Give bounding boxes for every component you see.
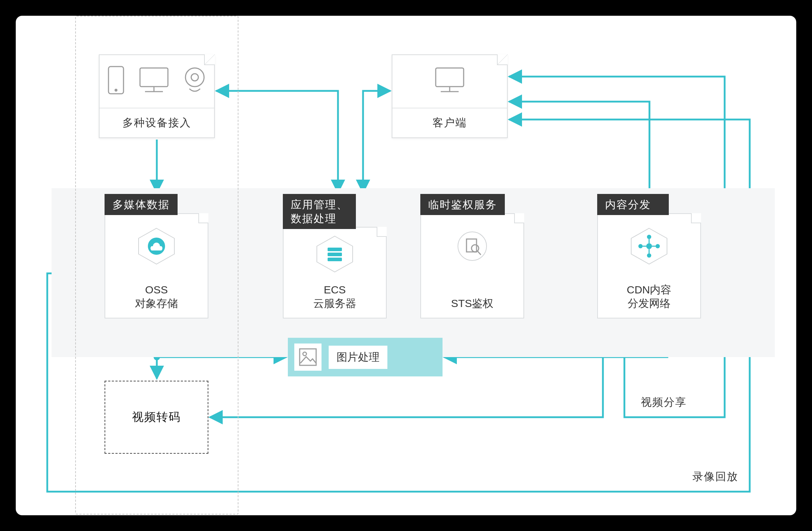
monitor-icon [434,65,466,95]
svg-point-30 [638,244,643,248]
devices-caption: 多种设备接入 [100,108,214,137]
image-processing-box: 图片处理 [288,338,443,376]
svg-rect-13 [436,68,464,87]
monitor-icon [138,65,170,95]
oss-title: 多媒体数据 [105,194,178,215]
ecs-label: ECS 云服务器 [284,283,386,310]
svg-point-28 [647,235,651,239]
image-icon [294,344,322,371]
svg-point-31 [656,244,660,248]
oss-label: OSS 对象存储 [105,283,208,310]
svg-point-29 [647,253,651,258]
service-oss: 多媒体数据 OSS 对象存储 [105,194,208,318]
architecture-diagram: 多种设备接入 客户端 多媒体数据 OSS 对象存储 应用管理、 数据处理 [16,16,796,515]
image-processing-label: 图片处理 [329,346,387,369]
server-hex-icon [313,234,356,273]
svg-rect-19 [328,248,342,251]
svg-rect-21 [328,258,342,261]
video-transcode-label: 视频转码 [132,409,181,425]
cdn-title: 内容分发 [597,194,669,215]
svg-rect-8 [140,68,168,87]
video-transcode-box: 视频转码 [105,381,208,454]
camera-icon [182,65,207,95]
svg-point-37 [303,352,306,356]
oss-body: OSS 对象存储 [105,213,208,318]
network-hex-icon [628,226,671,266]
phone-icon [106,65,126,95]
label-record-playback: 录像回放 [692,469,738,484]
cloud-hex-icon [135,226,178,266]
ecs-sub: 云服务器 [284,297,386,310]
client-card: 客户端 [392,54,508,138]
client-icon-row [392,65,507,95]
search-doc-icon [451,226,494,266]
ecs-name: ECS [284,283,386,297]
cdn-body: CDN内容 分发网络 [597,213,701,318]
sts-label: STS鉴权 [421,297,523,310]
svg-point-11 [185,68,204,87]
sts-title: 临时鉴权服务 [420,194,505,215]
client-caption: 客户端 [392,108,507,137]
cdn-label: CDN内容 分发网络 [598,283,700,310]
cdn-sub: 分发网络 [598,297,700,310]
label-video-share: 视频分享 [641,395,687,410]
service-ecs: 应用管理、 数据处理 ECS 云服务器 [283,194,387,318]
svg-point-12 [191,74,198,81]
svg-point-27 [646,243,652,249]
sts-body: STS鉴权 [420,213,524,318]
oss-sub: 对象存储 [105,297,208,310]
cdn-name: CDN内容 [598,283,700,297]
svg-rect-20 [328,253,342,256]
oss-name: OSS [105,283,208,297]
svg-point-7 [115,89,117,92]
sts-name: STS鉴权 [421,297,523,310]
ecs-title: 应用管理、 数据处理 [283,194,356,229]
service-sts: 临时鉴权服务 STS鉴权 [420,194,524,318]
devices-card: 多种设备接入 [99,54,215,138]
service-cdn: 内容分发 CDN内容 分发网络 [597,194,701,318]
device-icons-row [100,65,214,95]
ecs-body: ECS 云服务器 [283,227,387,318]
svg-rect-36 [300,349,316,365]
